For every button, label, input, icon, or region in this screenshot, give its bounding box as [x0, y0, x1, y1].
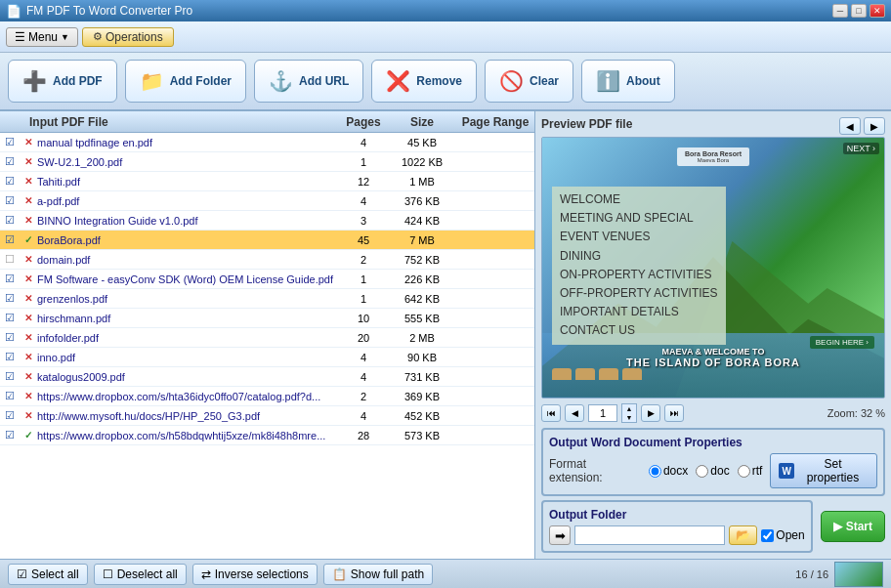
row-checkbox[interactable]: ☑ [0, 273, 20, 285]
row-checkbox[interactable]: ☑ [0, 292, 20, 305]
clear-button[interactable]: 🚫 Clear [485, 60, 573, 103]
row-status-icon: ✕ [20, 410, 37, 421]
table-row[interactable]: ☑ ✕ infofolder.pdf 20 2 MB [0, 328, 534, 348]
add-folder-button[interactable]: 📁 Add Folder [125, 60, 246, 103]
operations-button[interactable]: ⚙ Operations [82, 27, 174, 47]
remove-button[interactable]: ❌ Remove [371, 60, 477, 103]
row-checkbox[interactable]: ☑ [0, 390, 20, 402]
output-props-panel: Output Word Document Properties Format e… [541, 428, 885, 496]
set-properties-button[interactable]: W Set properties [770, 453, 877, 488]
row-checkbox[interactable]: ☑ [0, 233, 20, 246]
table-row[interactable]: ☑ ✕ Tahiti.pdf 12 1 MB [0, 172, 534, 191]
page-prev-button[interactable]: ◀ [565, 404, 584, 422]
folder-browse-button[interactable]: 📂 [729, 525, 757, 545]
table-row[interactable]: ☑ ✕ inno.pdf 4 90 KB [0, 348, 534, 367]
row-checkbox[interactable]: ☑ [0, 155, 20, 168]
page-first-button[interactable]: ⏮ [541, 404, 561, 422]
row-filename: inno.pdf [37, 352, 339, 363]
format-rtf-option[interactable]: rtf [738, 464, 763, 478]
row-filename: https://www.dropbox.com/s/h58bdqwhtij5xz… [37, 430, 339, 441]
row-checkbox[interactable]: ☑ [0, 194, 20, 207]
open-checkbox-label[interactable]: Open [761, 528, 804, 542]
table-row[interactable]: ☑ ✕ http://www.mysoft.hu/docs/HP/HP_250_… [0, 406, 534, 426]
row-checkbox[interactable]: ☑ [0, 175, 20, 188]
preview-box: Bora Bora Resort Maeva Bora WELCOME MEET… [541, 137, 885, 399]
title-bar-controls[interactable]: ─ □ ✕ [832, 4, 885, 18]
inverse-selections-button[interactable]: ⇄ Inverse selections [192, 564, 318, 585]
add-pdf-button[interactable]: ➕ Add PDF [8, 60, 117, 103]
row-checkbox[interactable]: ☑ [0, 351, 20, 363]
row-checkbox[interactable]: ☑ [0, 429, 20, 441]
row-checkbox[interactable]: ☑ [0, 136, 20, 148]
row-pages: 20 [339, 332, 388, 344]
select-all-button[interactable]: ☑ Select all [8, 564, 88, 585]
menu-button[interactable]: ☰ Menu ▼ [6, 27, 78, 47]
file-list[interactable]: ☑ ✕ manual tpdfinage en.pdf 4 45 KB ☑ ✕ … [0, 133, 534, 559]
table-row[interactable]: ☑ ✕ BINNO Integration Guide v1.0.pdf 3 4… [0, 211, 534, 231]
table-row[interactable]: ☑ ✕ SW-U2.1_200.pdf 1 1022 KB [0, 152, 534, 172]
table-row[interactable]: ☑ ✕ manual tpdfinage en.pdf 4 45 KB [0, 133, 534, 152]
row-checkbox[interactable]: ☑ [0, 214, 20, 227]
row-filename: SW-U2.1_200.pdf [37, 156, 339, 168]
row-pages: 12 [339, 176, 388, 188]
page-spin-down[interactable]: ▼ [622, 413, 636, 422]
open-checkbox[interactable] [761, 529, 774, 542]
table-row[interactable]: ☑ ✕ grenzenlos.pdf 1 642 KB [0, 289, 534, 309]
preview-back-button[interactable]: ◀ [839, 117, 861, 135]
format-rtf-radio[interactable] [738, 465, 750, 478]
table-row[interactable]: ☑ ✕ FM Software - easyConv SDK (Word) OE… [0, 270, 534, 289]
page-number-input[interactable] [588, 404, 617, 422]
row-pages: 1 [339, 273, 388, 285]
clear-icon: 🚫 [499, 69, 524, 93]
format-docx-option[interactable]: docx [649, 464, 688, 478]
preview-forward-button[interactable]: ▶ [864, 117, 885, 135]
show-full-path-button[interactable]: 📋 Show full path [323, 564, 433, 585]
add-url-icon: ⚓ [269, 69, 293, 93]
page-spinner[interactable]: ▲ ▼ [621, 403, 637, 423]
page-nav: ⏮ ◀ ▲ ▼ ▶ ⏭ Zoom: 32 % [541, 402, 885, 424]
row-checkbox[interactable]: ☑ [0, 312, 20, 324]
row-checkbox[interactable]: ☐ [0, 253, 20, 266]
output-folder-input[interactable] [574, 525, 725, 545]
add-folder-label: Add Folder [170, 74, 232, 88]
table-row[interactable]: ☑ ✕ https://www.dropbox.com/s/hta36idyc0… [0, 387, 534, 406]
toolbar: ☰ Menu ▼ ⚙ Operations [0, 21, 891, 53]
row-checkbox[interactable]: ☑ [0, 409, 20, 422]
row-checkbox[interactable]: ☑ [0, 370, 20, 383]
show-path-label: Show full path [351, 567, 424, 581]
page-spin-up[interactable]: ▲ [622, 404, 636, 413]
table-row[interactable]: ☑ ✕ a-pdf.pdf 4 376 KB [0, 191, 534, 211]
table-row[interactable]: ☑ ✕ hirschmann.pdf 10 555 KB [0, 309, 534, 328]
format-docx-radio[interactable] [649, 465, 661, 478]
inverse-label: Inverse selections [215, 567, 309, 581]
format-doc-radio[interactable] [696, 465, 708, 478]
format-doc-option[interactable]: doc [696, 464, 729, 478]
clear-label: Clear [530, 74, 559, 88]
preview-welcome-text: MAEVA & WELCOME TO THE ISLAND OF BORA BO… [542, 347, 884, 368]
right-panel: Preview PDF file ◀ ▶ [535, 111, 891, 559]
table-row[interactable]: ☑ ✓ https://www.dropbox.com/s/h58bdqwhti… [0, 426, 534, 445]
row-size: 573 KB [388, 430, 456, 441]
thumbnail-preview [834, 562, 883, 587]
add-pdf-icon: ➕ [22, 69, 47, 93]
row-checkbox[interactable]: ☑ [0, 331, 20, 344]
add-folder-icon: 📁 [140, 69, 164, 93]
minimize-button[interactable]: ─ [832, 4, 848, 18]
table-row[interactable]: ☑ ✕ katalogus2009.pdf 4 731 KB [0, 367, 534, 387]
about-button[interactable]: ℹ️ About [581, 60, 675, 103]
page-next-button[interactable]: ▶ [641, 404, 660, 422]
maximize-button[interactable]: □ [851, 4, 867, 18]
add-url-button[interactable]: ⚓ Add URL [254, 60, 363, 103]
row-size: 7 MB [388, 234, 456, 246]
table-row[interactable]: ☑ ✓ BoraBora.pdf 45 7 MB [0, 231, 534, 250]
action-bar: ➕ Add PDF 📁 Add Folder ⚓ Add URL ❌ Remov… [0, 53, 891, 111]
row-size: 90 KB [388, 352, 456, 363]
row-filename: katalogus2009.pdf [37, 371, 339, 383]
deselect-all-button[interactable]: ☐ Deselect all [94, 564, 187, 585]
folder-nav-button[interactable]: ➡ [549, 525, 571, 545]
row-pages: 2 [339, 391, 388, 402]
start-button[interactable]: ▶ Start [821, 511, 885, 542]
table-row[interactable]: ☐ ✕ domain.pdf 2 752 KB [0, 250, 534, 270]
page-last-button[interactable]: ⏭ [664, 404, 684, 422]
close-button[interactable]: ✕ [870, 4, 885, 18]
